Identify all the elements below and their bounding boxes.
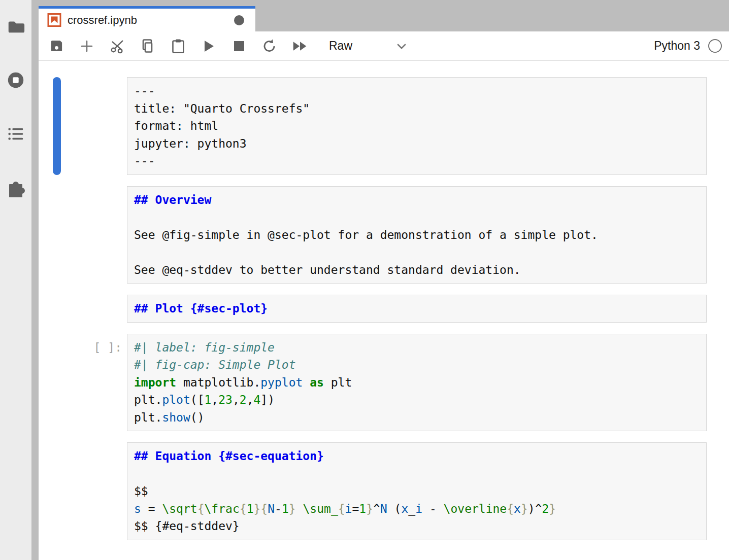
paste-icon — [171, 39, 185, 54]
cell-collapser[interactable] — [53, 77, 61, 175]
chevron-down-icon — [395, 40, 408, 52]
sidebar-item-table-of-contents[interactable] — [6, 124, 26, 144]
kernel-status-icon — [708, 39, 722, 53]
execution-prompt — [61, 77, 127, 175]
cut-cells-button[interactable] — [110, 38, 125, 55]
sidebar-item-extension-manager[interactable] — [6, 178, 26, 198]
execution-prompt — [61, 186, 127, 284]
sidebar-divider — [31, 0, 39, 560]
scissors-icon — [110, 38, 125, 54]
list-icon — [6, 124, 25, 144]
dock-tab-bar: crossref.ipynb — [39, 0, 729, 31]
restart-run-all-button[interactable] — [292, 38, 308, 55]
notebook-cells: ---title: "Quarto Crossrefs"format: html… — [39, 61, 729, 560]
save-button[interactable] — [49, 38, 64, 55]
cell-editor[interactable]: ---title: "Quarto Crossrefs"format: html… — [127, 77, 707, 175]
sidebar-item-running-kernels[interactable] — [6, 70, 26, 90]
run-cell-button[interactable] — [201, 38, 216, 55]
tab-title: crossref.ipynb — [68, 14, 234, 27]
tab-crossref-ipynb[interactable]: crossref.ipynb — [39, 6, 255, 31]
puzzle-icon — [6, 177, 26, 199]
cell-editor[interactable]: ## Overview See @fig-simple in @sec-plot… — [127, 186, 707, 284]
running-icon — [6, 71, 25, 90]
restart-icon — [262, 39, 277, 54]
cell-type-value: Raw — [329, 39, 352, 53]
copy-cells-button[interactable] — [140, 38, 155, 55]
fast-forward-icon — [292, 40, 308, 52]
markdown-cell[interactable]: ## Plot {#sec-plot} — [39, 295, 729, 323]
kernel-name[interactable]: Python 3 — [654, 39, 700, 53]
execution-prompt — [61, 442, 127, 540]
copy-icon — [140, 39, 155, 54]
kernel-area: Python 3 — [654, 39, 729, 53]
sidebar-item-file-browser[interactable] — [6, 16, 26, 37]
paste-cells-button[interactable] — [171, 38, 186, 55]
cell-type-dropdown[interactable]: Raw — [329, 39, 408, 53]
play-icon — [203, 40, 215, 53]
notebook-icon — [47, 13, 61, 27]
stop-icon — [233, 40, 245, 52]
folder-icon — [6, 17, 25, 36]
interrupt-kernel-button[interactable] — [231, 38, 247, 55]
execution-prompt — [61, 295, 127, 323]
markdown-cell[interactable]: ## Overview See @fig-simple in @sec-plot… — [39, 186, 729, 284]
insert-cell-button[interactable] — [79, 38, 94, 55]
plus-icon — [80, 39, 94, 53]
code-cell[interactable]: [ ]:#| label: fig-simple#| fig-cap: Simp… — [39, 334, 729, 432]
cell-collapser[interactable] — [53, 334, 61, 432]
cell-editor[interactable]: ## Equation {#sec-equation} $$s = \sqrt{… — [127, 442, 707, 540]
raw-cell[interactable]: ---title: "Quarto Crossrefs"format: html… — [39, 77, 729, 175]
execution-prompt: [ ]: — [61, 334, 127, 432]
save-icon — [50, 39, 63, 53]
cell-collapser[interactable] — [53, 295, 61, 323]
cell-collapser[interactable] — [53, 442, 61, 540]
markdown-cell[interactable]: ## Equation {#sec-equation} $$s = \sqrt{… — [39, 442, 729, 540]
left-activity-bar — [0, 0, 31, 560]
cell-editor[interactable]: ## Plot {#sec-plot} — [127, 295, 707, 323]
unsaved-changes-dot[interactable] — [234, 15, 244, 25]
cell-collapser[interactable] — [53, 186, 61, 284]
notebook-toolbar: Raw Python 3 — [39, 31, 729, 61]
cell-editor[interactable]: #| label: fig-simple#| fig-cap: Simple P… — [127, 334, 707, 432]
notebook-panel: crossref.ipynb — [39, 0, 729, 560]
restart-kernel-button[interactable] — [262, 38, 277, 55]
